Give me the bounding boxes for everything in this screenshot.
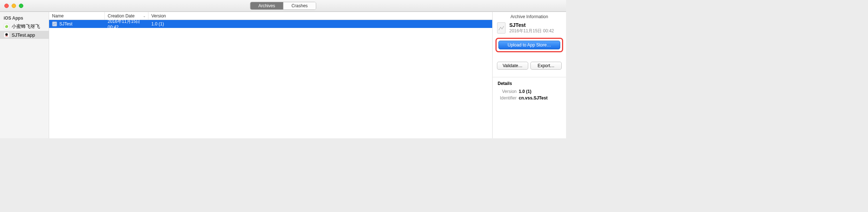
minimize-button[interactable] (12, 4, 16, 8)
column-header-version[interactable]: Version (148, 12, 492, 20)
organizer-window: Archives Crashes iOS Apps 小蜜蜂飞呀飞 SJTest.… (0, 0, 566, 138)
maximize-button[interactable] (19, 4, 23, 8)
column-header-date[interactable]: Creation Date ⌄ (105, 12, 148, 20)
archive-name: SJTest (509, 22, 554, 28)
detail-identifier-row: Identifier cn.vss.SJTest (498, 95, 561, 101)
sidebar-item-label: 小蜜蜂飞呀飞 (12, 23, 40, 30)
sidebar-item-app-2[interactable]: SJTest.app (0, 31, 49, 39)
archive-icon (497, 22, 506, 34)
archive-list: Name Creation Date ⌄ Version SJTest 2016… (49, 12, 492, 138)
tab-crashes[interactable]: Crashes (283, 2, 316, 9)
details-section: Details Version 1.0 (1) Identifier cn.vs… (493, 77, 566, 101)
cell-name: SJTest (49, 21, 105, 26)
archive-info-panel: Archive Information SJTest 2016年11月15日 0… (492, 12, 566, 138)
tab-switcher: Archives Crashes (250, 2, 316, 10)
archive-icon (52, 21, 57, 26)
export-button[interactable]: Export… (530, 62, 562, 70)
cell-version: 1.0 (1) (148, 21, 492, 26)
sidebar-header: iOS Apps (0, 14, 49, 22)
column-header-date-label: Creation Date (108, 13, 135, 19)
panel-head-text: SJTest 2016年11月15日 00:42 (509, 22, 554, 34)
upload-to-app-store-button[interactable]: Upload to App Store… (498, 41, 560, 49)
archive-rows: SJTest 2016年11月15日 00:42 1.0 (1) (49, 20, 492, 138)
column-headers: Name Creation Date ⌄ Version (49, 12, 492, 20)
traffic-lights (0, 4, 23, 8)
close-button[interactable] (4, 4, 9, 8)
panel-head: SJTest 2016年11月15日 00:42 (493, 21, 566, 38)
detail-version-row: Version 1.0 (1) (498, 88, 561, 95)
tab-archives[interactable]: Archives (250, 2, 283, 9)
column-header-name[interactable]: Name (49, 12, 105, 20)
details-header: Details (498, 81, 561, 86)
cell-date: 2016年11月15日 00:42 (105, 19, 148, 30)
validate-button[interactable]: Validate… (497, 62, 528, 70)
content-area: iOS Apps 小蜜蜂飞呀飞 SJTest.app Name Creation… (0, 12, 566, 138)
detail-version-label: Version (498, 89, 519, 94)
detail-version-value: 1.0 (1) (519, 89, 531, 94)
sidebar-item-label: SJTest.app (12, 32, 35, 38)
svg-point-2 (5, 25, 6, 26)
app-icon (4, 32, 9, 38)
upload-highlight-box: Upload to App Store… (495, 38, 563, 52)
sidebar: iOS Apps 小蜜蜂飞呀飞 SJTest.app (0, 12, 49, 138)
cell-name-text: SJTest (59, 21, 72, 26)
panel-top: Archive Information SJTest 2016年11月15日 0… (493, 12, 566, 73)
sidebar-item-app-1[interactable]: 小蜜蜂飞呀飞 (0, 22, 49, 31)
svg-point-1 (5, 25, 8, 28)
archive-date: 2016年11月15日 00:42 (509, 28, 554, 34)
detail-identifier-label: Identifier (498, 95, 519, 101)
archive-row[interactable]: SJTest 2016年11月15日 00:42 1.0 (1) (49, 20, 492, 28)
sort-indicator-icon: ⌄ (143, 14, 146, 18)
titlebar: Archives Crashes (0, 0, 566, 12)
app-icon (4, 24, 9, 29)
detail-identifier-value: cn.vss.SJTest (519, 95, 548, 101)
panel-title: Archive Information (493, 12, 566, 21)
secondary-buttons: Validate… Export… (497, 62, 562, 70)
svg-point-4 (5, 33, 8, 36)
